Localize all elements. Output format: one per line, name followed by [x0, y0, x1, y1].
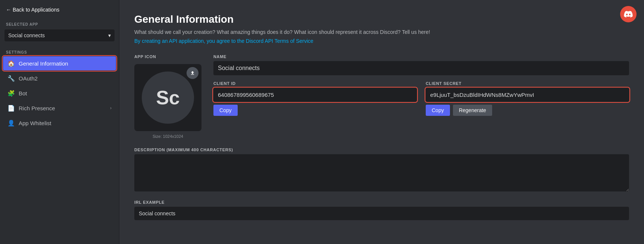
sidebar-item-label: Rich Presence — [19, 105, 55, 111]
app-icon-size-label: Size: 1024x1024 — [134, 134, 201, 139]
upload-icon-button[interactable] — [187, 67, 198, 79]
client-secret-copy-button[interactable]: Copy — [426, 105, 450, 116]
sidebar-item-label: OAuth2 — [19, 75, 38, 82]
name-field-group: NAME — [213, 54, 629, 75]
app-selector[interactable]: Social connects ▾ — [4, 29, 115, 41]
chevron-down-icon: ▾ — [108, 32, 111, 38]
sidebar-item-app-whitelist[interactable]: 👤 App Whitelist — [3, 116, 116, 130]
sidebar-item-oauth2[interactable]: 🔧 OAuth2 — [3, 71, 116, 85]
name-input[interactable] — [213, 61, 629, 75]
irl-input[interactable] — [134, 207, 629, 220]
description-section: DESCRIPTION (MAXIMUM 400 CHARACTERS) — [134, 148, 629, 193]
form-row: APP ICON Sc Size: 1024x1024 NAME C — [134, 54, 629, 139]
puzzle-icon: 🧩 — [7, 89, 15, 97]
selected-app-label: SELECTED APP — [0, 19, 119, 28]
document-icon: 📄 — [7, 104, 15, 112]
description-input[interactable] — [134, 154, 629, 191]
description-label: DESCRIPTION (MAXIMUM 400 CHARACTERS) — [134, 148, 629, 152]
client-id-copy-button[interactable]: Copy — [213, 105, 238, 116]
name-and-ids-section: NAME CLIENT ID 640867899560689675 Copy C… — [213, 54, 629, 139]
sidebar-item-label: Bot — [19, 90, 27, 96]
person-icon: 👤 — [7, 119, 15, 127]
sidebar-item-general-information[interactable]: 🏠 General Information — [3, 56, 116, 70]
app-icon-container: Sc — [134, 64, 201, 131]
ids-row: CLIENT ID 640867899560689675 Copy CLIENT… — [213, 81, 629, 116]
app-icon-section: APP ICON Sc Size: 1024x1024 — [134, 54, 201, 139]
client-id-value: 640867899560689675 — [213, 88, 417, 102]
client-id-label: CLIENT ID — [213, 81, 417, 86]
name-label: NAME — [213, 54, 629, 59]
main-content: General Information What should we call … — [119, 0, 644, 244]
client-secret-value: e9LjuuT_bsDzuBldIHdWNs8MZwYwPmvI — [426, 88, 629, 102]
discord-logo — [620, 6, 637, 22]
sidebar: ← Back to Applications SELECTED APP Soci… — [0, 0, 119, 244]
client-secret-actions: Copy Regenerate — [426, 105, 629, 116]
client-secret-label: CLIENT SECRET — [426, 81, 629, 86]
client-secret-regenerate-button[interactable]: Regenerate — [453, 105, 492, 116]
sidebar-item-rich-presence[interactable]: 📄 Rich Presence › — [3, 101, 116, 115]
wrench-icon: 🔧 — [7, 75, 15, 82]
home-icon: 🏠 — [7, 60, 15, 67]
irl-label: IRL EXAMPLE — [134, 200, 629, 205]
tos-link[interactable]: By creating an API application, you agre… — [134, 38, 629, 44]
page-subtitle: What should we call your creation? What … — [134, 29, 629, 35]
app-icon-label: APP ICON — [134, 54, 201, 59]
settings-section-label: SETTINGS — [0, 46, 119, 56]
sidebar-item-bot[interactable]: 🧩 Bot — [3, 86, 116, 100]
client-id-section: CLIENT ID 640867899560689675 Copy — [213, 81, 417, 116]
chevron-right-icon: › — [110, 105, 112, 111]
client-id-actions: Copy — [213, 105, 417, 116]
client-secret-section: CLIENT SECRET e9LjuuT_bsDzuBldIHdWNs8MZw… — [426, 81, 629, 116]
page-title: General Information — [134, 13, 629, 25]
sidebar-item-label: General Information — [19, 60, 68, 67]
irl-section: IRL EXAMPLE — [134, 200, 629, 220]
sidebar-item-label: App Whitelist — [19, 120, 51, 126]
app-icon-initials: Sc — [142, 72, 194, 124]
app-selector-name: Social connects — [8, 32, 45, 38]
back-to-applications-link[interactable]: ← Back to Applications — [0, 0, 119, 19]
